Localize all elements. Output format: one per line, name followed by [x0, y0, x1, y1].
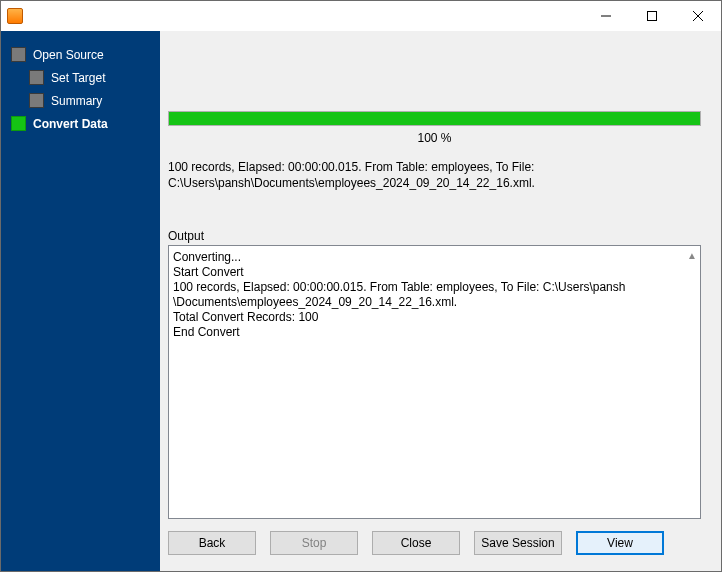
window-controls: [583, 1, 721, 31]
scroll-up-icon[interactable]: ▲: [687, 248, 697, 263]
sidebar-item-convert-data[interactable]: Convert Data: [1, 112, 160, 135]
button-row: Back Stop Close Save Session View: [160, 519, 721, 571]
minimize-button[interactable]: [583, 1, 629, 31]
output-line: Converting...: [173, 250, 680, 265]
output-label: Output: [168, 229, 701, 243]
svg-rect-1: [648, 12, 657, 21]
sidebar-item-label: Summary: [51, 94, 102, 108]
close-button[interactable]: Close: [372, 531, 460, 555]
output-line: Total Convert Records: 100: [173, 310, 680, 325]
save-session-button[interactable]: Save Session: [474, 531, 562, 555]
progress-percent-label: 100 %: [168, 131, 701, 145]
close-window-button[interactable]: [675, 1, 721, 31]
output-line: Start Convert: [173, 265, 680, 280]
view-button[interactable]: View: [576, 531, 664, 555]
sidebar-item-label: Convert Data: [33, 117, 108, 131]
sidebar-item-summary[interactable]: Summary: [1, 89, 160, 112]
step-icon: [29, 93, 44, 108]
output-line: End Convert: [173, 325, 680, 340]
output-textarea[interactable]: ▲ Converting... Start Convert 100 record…: [168, 245, 701, 519]
step-icon: [11, 116, 26, 131]
sidebar-item-open-source[interactable]: Open Source: [1, 43, 160, 66]
titlebar: [1, 1, 721, 31]
stop-button[interactable]: Stop: [270, 531, 358, 555]
progress-region: 100 % 100 records, Elapsed: 00:00:00.015…: [160, 31, 721, 199]
sidebar-item-label: Set Target: [51, 71, 105, 85]
summary-text: 100 records, Elapsed: 00:00:00.015. From…: [168, 159, 701, 191]
back-button[interactable]: Back: [168, 531, 256, 555]
summary-line-1: 100 records, Elapsed: 00:00:00.015. From…: [168, 160, 534, 174]
sidebar: Open Source Set Target Summary Convert D…: [1, 31, 160, 571]
output-line: \Documents\employees_2024_09_20_14_22_16…: [173, 295, 680, 310]
summary-line-2: C:\Users\pansh\Documents\employees_2024_…: [168, 176, 535, 190]
main-area: Open Source Set Target Summary Convert D…: [1, 31, 721, 571]
sidebar-item-label: Open Source: [33, 48, 104, 62]
app-icon: [7, 8, 23, 24]
progress-fill: [169, 112, 700, 125]
step-icon: [29, 70, 44, 85]
step-icon: [11, 47, 26, 62]
progress-bar: [168, 111, 701, 126]
output-line: 100 records, Elapsed: 00:00:00.015. From…: [173, 280, 680, 295]
maximize-button[interactable]: [629, 1, 675, 31]
content-panel: 100 % 100 records, Elapsed: 00:00:00.015…: [160, 31, 721, 571]
sidebar-item-set-target[interactable]: Set Target: [1, 66, 160, 89]
titlebar-left: [1, 8, 29, 24]
